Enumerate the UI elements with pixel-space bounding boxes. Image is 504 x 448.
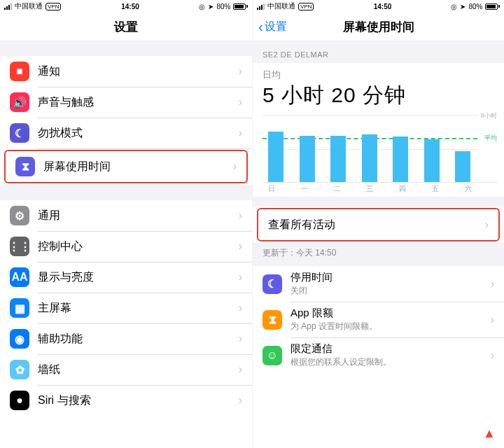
option-downtime[interactable]: ☾停用时间关闭›: [253, 266, 504, 302]
nav-bar: ‹ 设置 屏幕使用时间: [253, 13, 504, 41]
orientation-lock-icon: ◎: [199, 3, 205, 10]
y-tick-label: 8小时: [481, 111, 497, 120]
signal-icon: [4, 4, 12, 10]
status-bar: 中国联通 VPN 14:50 ◎ ➤ 80%: [0, 0, 252, 13]
settings-row-home-screen[interactable]: ▦主屏幕›: [0, 293, 252, 323]
option-subtitle: 关闭: [290, 285, 482, 297]
highlight-box: ⧗屏幕使用时间›: [4, 150, 248, 183]
row-label: Siri 与搜索: [38, 393, 230, 408]
x-tick-label: 一: [301, 184, 308, 194]
x-tick-label: 二: [334, 184, 341, 194]
bar-五[interactable]: [424, 139, 440, 182]
vpn-badge: VPN: [298, 3, 314, 10]
option-label: App 限额: [290, 307, 482, 320]
settings-row-screentime[interactable]: ⧗屏幕使用时间›: [6, 151, 246, 182]
chevron-right-icon: ›: [239, 96, 242, 108]
usage-chart[interactable]: 8小时 平均 日一二三四五六: [253, 111, 504, 197]
row-label: 控制中心: [38, 239, 230, 254]
bar-二[interactable]: [330, 136, 346, 183]
status-time: 14:50: [121, 3, 139, 10]
bar-三[interactable]: [362, 134, 377, 182]
page-title: 屏幕使用时间: [343, 19, 414, 35]
accessibility-icon: ◉: [10, 329, 29, 349]
bar-六[interactable]: [455, 151, 470, 182]
siri-icon: ●: [10, 391, 29, 410]
chevron-right-icon: ›: [239, 240, 242, 253]
chevron-left-icon: ‹: [258, 20, 263, 34]
chevron-right-icon: ›: [239, 209, 242, 222]
option-subtitle: 为 App 设置时间限额。: [290, 321, 482, 332]
option-communication[interactable]: ☺限定通信根据您的联系人设定限制。›: [253, 337, 504, 373]
location-icon: ➤: [460, 3, 465, 10]
updated-footer: 更新于：今天 14:50: [253, 243, 504, 266]
chevron-right-icon: ›: [491, 278, 494, 290]
option-label: 限定通信: [290, 342, 482, 356]
x-tick-label: 五: [432, 184, 439, 194]
battery-icon: [485, 4, 500, 10]
bar-一[interactable]: [300, 136, 315, 183]
row-label: 墙纸: [38, 363, 230, 377]
dnd-icon: ☾: [10, 123, 29, 143]
settings-row-display[interactable]: AA显示与亮度›: [0, 262, 252, 293]
home-screen-icon: ▦: [10, 298, 29, 318]
display-icon: AA: [10, 267, 29, 287]
average-label: 平均: [484, 133, 497, 142]
settings-row-notifications[interactable]: ■通知›: [0, 56, 252, 87]
notifications-icon: ■: [10, 62, 29, 81]
settings-row-general[interactable]: ⚙通用›: [0, 200, 252, 231]
section-gap: [0, 185, 252, 200]
chevron-right-icon: ›: [239, 127, 242, 139]
daily-average-block: 日均 5 小时 20 分钟: [253, 63, 504, 111]
back-button[interactable]: ‹ 设置: [258, 20, 287, 34]
x-tick-label: 四: [399, 184, 406, 194]
chevron-right-icon: ›: [239, 65, 242, 78]
highlight-box: 查看所有活动 ›: [257, 208, 500, 241]
chevron-right-icon: ›: [239, 302, 242, 314]
chevron-right-icon: ›: [239, 271, 242, 284]
settings-row-siri[interactable]: ●Siri 与搜索›: [0, 385, 252, 416]
view-all-label: 查看所有活动: [268, 218, 477, 232]
status-time: 14:50: [374, 3, 392, 10]
chevron-right-icon: ›: [233, 160, 237, 173]
sounds-icon: 🔊: [10, 92, 29, 112]
vpn-badge: VPN: [46, 3, 61, 10]
settings-row-wallpaper[interactable]: ✿墙纸›: [0, 354, 252, 385]
page-title: 设置: [114, 19, 138, 35]
location-icon: ➤: [208, 3, 214, 10]
x-tick-label: 日: [268, 184, 275, 194]
settings-row-accessibility[interactable]: ◉辅助功能›: [0, 323, 252, 354]
general-icon: ⚙: [10, 206, 29, 225]
settings-group-2: ⚙通用›⋮⋮控制中心›AA显示与亮度›▦主屏幕›◉辅助功能›✿墙纸›●Siri …: [0, 200, 252, 416]
row-label: 显示与亮度: [38, 270, 230, 285]
section-gap: [0, 41, 252, 56]
option-app-limits[interactable]: ⧗App 限额为 App 设置时间限额。›: [253, 302, 504, 337]
back-label: 设置: [265, 20, 287, 34]
view-all-activity[interactable]: 查看所有活动 ›: [258, 209, 498, 240]
bar-日[interactable]: [268, 132, 284, 182]
chevron-right-icon: ›: [485, 218, 489, 231]
chevron-right-icon: ›: [239, 363, 242, 376]
row-label: 辅助功能: [38, 332, 230, 346]
chevron-right-icon: ›: [491, 314, 494, 326]
view-all-row-group: 查看所有活动 ›: [253, 206, 504, 243]
app-limits-icon: ⧗: [262, 310, 282, 330]
control-center-icon: ⋮⋮: [10, 237, 29, 256]
screentime-icon: ⧗: [15, 157, 35, 176]
daily-average-label: 日均: [262, 69, 494, 81]
row-label: 通用: [38, 209, 230, 223]
bar-四[interactable]: [393, 136, 408, 182]
communication-icon: ☺: [262, 346, 282, 365]
downtime-icon: ☾: [262, 274, 282, 294]
settings-row-dnd[interactable]: ☾勿扰模式›: [0, 118, 252, 148]
section-gap: [253, 197, 504, 206]
settings-row-sounds[interactable]: 🔊声音与触感›: [0, 87, 252, 118]
carrier-label: 中国联通: [15, 1, 43, 11]
x-tick-label: 三: [366, 184, 373, 194]
wallpaper-icon: ✿: [10, 360, 29, 379]
device-header: SE2 DE DELMAR: [253, 41, 504, 63]
watermark-icon: ▲: [482, 426, 497, 441]
settings-row-control-center[interactable]: ⋮⋮控制中心›: [0, 231, 252, 262]
chevron-right-icon: ›: [491, 349, 494, 362]
option-label: 停用时间: [290, 271, 482, 284]
signal-icon: [257, 4, 265, 10]
